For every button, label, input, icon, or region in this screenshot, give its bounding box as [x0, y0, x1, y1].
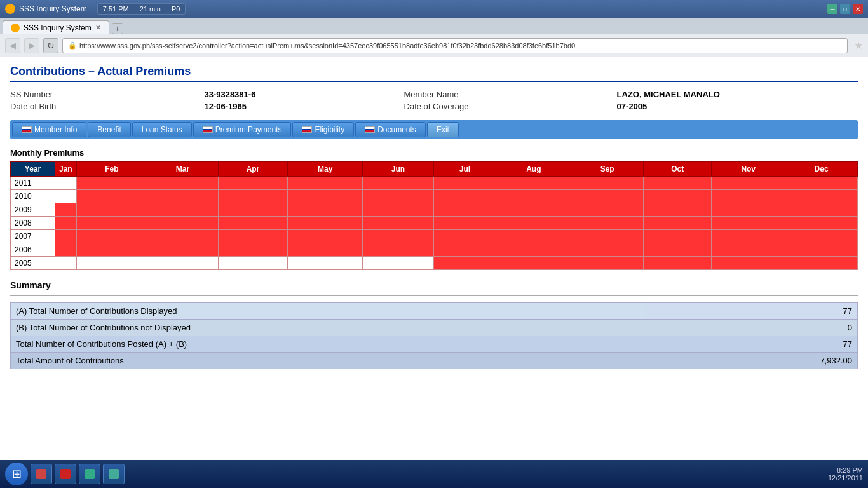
tab-premium-payments[interactable]: Premium Payments: [193, 122, 292, 137]
title-bar-text: SSS Inquiry System: [19, 4, 87, 13]
tab-eligibility[interactable]: Eligibility: [292, 122, 354, 137]
summary-label: Total Number of Contributions Posted (A)…: [11, 336, 646, 353]
month-cell: [76, 230, 147, 243]
col-jun: Jun: [363, 162, 434, 177]
col-feb: Feb: [76, 162, 147, 177]
month-cell: [288, 190, 363, 203]
tab-member-info-label: Member Info: [34, 125, 77, 134]
month-cell: [644, 177, 712, 190]
browser-tab[interactable]: SSS Inquiry System ✕: [3, 20, 109, 34]
title-bar: SSS Inquiry System 7:51 PM — 21 min — P0…: [0, 0, 868, 18]
month-cell: [55, 203, 77, 217]
taskbar-app-4[interactable]: [103, 464, 125, 484]
summary-heading: Summary: [10, 280, 858, 290]
flag-icon-4: [365, 126, 375, 133]
month-cell: [712, 230, 785, 243]
month-cell: [147, 203, 219, 217]
flag-icon-3: [302, 126, 312, 133]
month-cell: [218, 177, 287, 190]
dob-label: Date of Birth: [10, 102, 194, 111]
month-cell: [644, 230, 712, 243]
summary-value: 77: [646, 336, 857, 353]
tab-loan-status-label: Loan Status: [142, 125, 182, 134]
year-cell: 2008: [11, 217, 55, 230]
ss-number-label: SS Number: [10, 90, 194, 99]
year-cell: 2010: [11, 190, 55, 203]
year-cell: 2007: [11, 230, 55, 243]
month-cell: [218, 217, 287, 230]
bookmark-button[interactable]: ★: [854, 39, 863, 51]
close-button[interactable]: ✕: [853, 4, 863, 14]
month-cell: [433, 190, 496, 203]
month-cell: [712, 217, 785, 230]
dob-value: 12-06-1965: [204, 102, 393, 111]
col-year: Year: [11, 162, 55, 177]
month-cell: [288, 203, 363, 217]
taskbar-app-1[interactable]: [31, 464, 52, 484]
month-cell: [785, 177, 858, 190]
tab-documents[interactable]: Documents: [355, 122, 426, 137]
address-bar[interactable]: 🔒 https://www.sss.gov.ph/sss-selfserve2/…: [62, 38, 848, 53]
forward-button[interactable]: ▶: [24, 38, 39, 53]
col-sep: Sep: [571, 162, 644, 177]
month-cell: [496, 217, 571, 230]
month-cell: [433, 177, 496, 190]
tab-benefit[interactable]: Benefit: [88, 122, 130, 137]
summary-row: (B) Total Number of Contributions not Di…: [11, 320, 858, 336]
year-cell: 2006: [11, 243, 55, 257]
clock-date: 12/21/2011: [828, 474, 863, 482]
tab-title: SSS Inquiry System: [24, 24, 92, 32]
tab-loan-status[interactable]: Loan Status: [132, 122, 192, 137]
summary-value: 0: [646, 320, 857, 336]
minimize-button[interactable]: ─: [827, 4, 837, 14]
month-cell: [433, 257, 496, 270]
col-jan: Jan: [55, 162, 77, 177]
month-cell: [496, 243, 571, 257]
month-cell: [218, 190, 287, 203]
taskbar-app-3[interactable]: [79, 464, 100, 484]
tab-icon: [11, 24, 20, 32]
month-cell: [712, 243, 785, 257]
month-cell: [147, 243, 219, 257]
taskbar-left: ⊞: [5, 463, 125, 485]
taskbar-right: 8:29 PM 12/21/2011: [828, 466, 863, 482]
month-cell: [363, 177, 434, 190]
tab-member-info[interactable]: Member Info: [12, 122, 86, 137]
tab-exit-label: Exit: [437, 125, 449, 134]
navigation-tabs: Member Info Benefit Loan Status Premium …: [10, 120, 858, 139]
month-cell: [496, 177, 571, 190]
month-cell: [712, 203, 785, 217]
reload-button[interactable]: ↻: [43, 38, 58, 53]
month-cell: [644, 217, 712, 230]
tab-close-button[interactable]: ✕: [95, 24, 101, 32]
month-cell: [785, 230, 858, 243]
nav-bar: ◀ ▶ ↻ 🔒 https://www.sss.gov.ph/sss-selfs…: [0, 34, 868, 57]
maximize-button[interactable]: □: [840, 4, 850, 14]
page-content: Contributions – Actual Premiums SS Numbe…: [0, 57, 868, 460]
ssl-lock-icon: 🔒: [68, 41, 77, 50]
month-cell: [433, 217, 496, 230]
new-tab-button[interactable]: +: [112, 23, 123, 34]
month-cell: [712, 257, 785, 270]
col-may: May: [288, 162, 363, 177]
tab-exit[interactable]: Exit: [427, 122, 459, 137]
summary-divider: [10, 295, 858, 296]
month-cell: [644, 203, 712, 217]
month-cell: [218, 203, 287, 217]
month-cell: [571, 190, 644, 203]
taskbar-app-2[interactable]: [55, 464, 76, 484]
month-cell: [644, 243, 712, 257]
month-cell: [288, 177, 363, 190]
doc-value: 07-2005: [617, 102, 858, 111]
clock-time: 8:29 PM: [828, 466, 863, 474]
tab-bar: SSS Inquiry System ✕ +: [0, 18, 868, 34]
start-button[interactable]: ⊞: [5, 463, 28, 485]
month-cell: [218, 243, 287, 257]
month-cell: [433, 230, 496, 243]
summary-value: 77: [646, 303, 857, 320]
monthly-premiums-heading: Monthly Premiums: [10, 148, 858, 158]
back-button[interactable]: ◀: [5, 38, 20, 53]
time-display: 7:51 PM — 21 min — P0: [97, 3, 186, 15]
month-cell: [76, 190, 147, 203]
member-info-section: SS Number 33-9328381-6 Member Name LAZO,…: [10, 90, 858, 111]
